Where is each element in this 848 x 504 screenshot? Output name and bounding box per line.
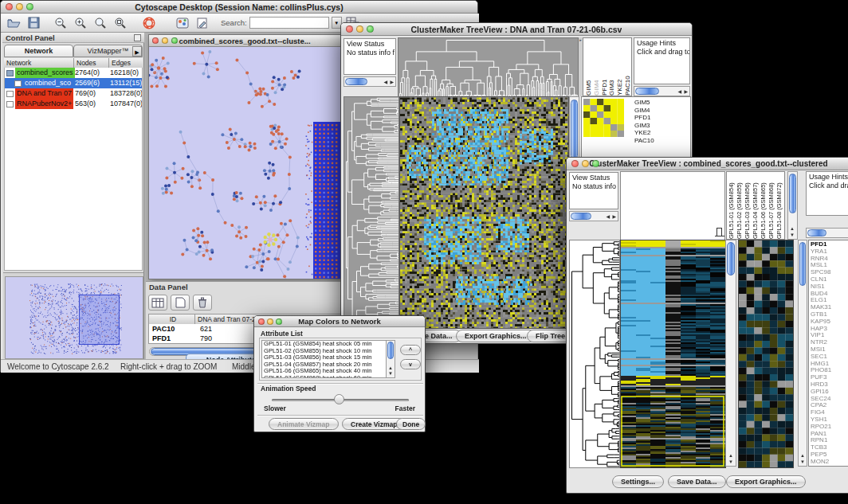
usage-hints-scrollbar[interactable]: ◀▶ <box>634 86 690 96</box>
column-label[interactable]: GPL51-06 (GSM865) <box>760 172 767 239</box>
float-panel-icon[interactable] <box>134 34 141 41</box>
annotation-icon[interactable] <box>194 15 211 31</box>
network-list-row[interactable]: DNA and Tran 07 769(0) 183728(0) <box>5 88 142 99</box>
attribute-listbox[interactable]: GPL51-01 (GSM854) heat shock 05 minGPL51… <box>261 340 395 378</box>
column-dendrogram-canvas[interactable] <box>620 171 725 240</box>
attribute-list-scrollbar[interactable]: ▲▼ <box>386 340 395 378</box>
network-list-row[interactable]: combined_scores 2764(0) 16218(0) <box>5 68 142 78</box>
column-label[interactable]: PFD1 <box>601 38 608 96</box>
gene-label[interactable]: MAK31 <box>811 304 848 311</box>
close-button[interactable] <box>571 160 579 167</box>
column-label[interactable]: GPL51-04 (GSM857) <box>752 172 759 239</box>
slider-thumb[interactable] <box>334 394 344 404</box>
delete-attribute-icon[interactable] <box>193 295 212 311</box>
gene-label[interactable]: BUD4 <box>811 291 848 298</box>
column-header[interactable]: Edges <box>109 58 143 68</box>
gene-label[interactable]: MON2 <box>811 459 848 466</box>
column-label[interactable]: YKE2 <box>616 38 623 96</box>
minimize-button[interactable] <box>356 25 363 33</box>
close-button[interactable] <box>6 3 13 10</box>
zoom-button[interactable] <box>26 3 33 10</box>
gene-label[interactable]: CPA2 <box>811 402 848 409</box>
network-frame-titlebar[interactable]: combined_scores_good.txt--cluste... <box>149 35 340 47</box>
global-heatmap-canvas[interactable] <box>620 240 726 468</box>
attribute-item[interactable]: GPL51-01 (GSM854) heat shock 05 min <box>262 341 395 348</box>
gene-label[interactable]: GTB1 <box>811 311 848 318</box>
column-header[interactable]: Nodes <box>74 58 109 68</box>
attribute-item[interactable]: GPL51-07 (GSM868) heat shock 60 min <box>262 375 395 378</box>
animate-vizmap-button[interactable]: Animate Vizmap <box>269 418 339 430</box>
gene-label[interactable]: RPO21 <box>811 424 848 431</box>
gene-label[interactable]: SPC98 <box>811 269 848 276</box>
control-panel-tab[interactable]: Network <box>4 45 73 57</box>
row-dendrogram-canvas[interactable] <box>344 96 399 329</box>
minimize-button[interactable] <box>16 3 23 10</box>
help-lifering-icon[interactable] <box>140 15 158 31</box>
gene-label[interactable]: MSI1 <box>811 346 848 354</box>
view-status-scrollbar[interactable]: ◀▶ <box>569 211 618 221</box>
id-column-header[interactable]: ID <box>149 315 195 324</box>
birdseye-canvas[interactable] <box>5 276 143 359</box>
gene-label[interactable]: PEP5 <box>811 451 848 459</box>
gene-label[interactable]: FIG4 <box>811 409 848 416</box>
column-label[interactable]: GPL51-08 (GSM872) <box>775 172 783 239</box>
gene-label[interactable]: KAP95 <box>811 318 848 326</box>
matrix-thumbnail-canvas[interactable] <box>583 99 624 137</box>
column-label[interactable]: GPL51-01 (GSM854) <box>728 172 735 239</box>
gene-label[interactable]: SEC24 <box>811 396 848 403</box>
gene-label[interactable]: PAN1 <box>811 431 848 438</box>
attribute-item[interactable]: GPL51-03 (GSM856) heat shock 15 min <box>262 354 395 361</box>
gene-label[interactable]: GIM3 <box>634 122 689 130</box>
frame-zoom-button[interactable] <box>171 37 178 44</box>
gene-label[interactable]: GIM5 <box>634 99 689 107</box>
attribute-item[interactable]: GPL51-02 (GSM855) heat shock 10 min <box>262 348 395 355</box>
frame-minimize-button[interactable] <box>162 37 168 44</box>
zoom-button[interactable] <box>592 160 599 167</box>
column-label[interactable]: GIM3 <box>608 38 615 96</box>
gene-label[interactable]: PUF3 <box>811 374 848 381</box>
column-header[interactable]: Network <box>4 58 74 68</box>
save-icon[interactable] <box>25 15 42 31</box>
zoom-fit-icon[interactable] <box>92 15 109 31</box>
column-label[interactable]: GIM4 <box>593 38 600 96</box>
search-input[interactable] <box>249 17 329 29</box>
gene-label[interactable]: HAP3 <box>811 326 848 333</box>
settings-button[interactable]: Settings... <box>612 475 664 488</box>
dialog-titlebar[interactable]: Map Colors to Network <box>254 316 425 327</box>
gene-label[interactable]: SEC1 <box>811 354 848 361</box>
network-list-row[interactable]: RNAPuberNov2+ 563(0) 107847(0) <box>5 99 142 109</box>
open-file-icon[interactable] <box>5 15 22 31</box>
gene-label[interactable]: YKE2 <box>634 129 689 137</box>
gene-label[interactable]: GIM4 <box>634 107 689 115</box>
zoom-button[interactable] <box>276 318 282 325</box>
frame-close-button[interactable] <box>152 37 159 44</box>
column-label[interactable]: GPL51-03 (GSM856) <box>744 172 751 239</box>
attribute-select-icon[interactable] <box>148 295 167 311</box>
column-label[interactable]: PAC10 <box>624 38 631 96</box>
network-list-row[interactable]: combined_sco 2569(6) 13112(15) <box>5 78 142 88</box>
export-graphics-button[interactable]: Export Graphics... <box>726 475 806 488</box>
minimize-button[interactable] <box>582 160 589 167</box>
column-label[interactable]: GPL51-07 (GSM868) <box>768 172 775 239</box>
gene-label[interactable]: PFD1 <box>811 241 848 248</box>
new-attribute-icon[interactable] <box>171 295 190 311</box>
gene-label[interactable]: RNR4 <box>811 256 848 263</box>
gene-label[interactable]: MSL1 <box>811 262 848 269</box>
vizmap-tool-icon[interactable] <box>174 15 191 31</box>
main-titlebar[interactable]: Cytoscape Desktop (Session Name: collins… <box>1 1 477 14</box>
gene-label[interactable]: GPI16 <box>811 389 848 396</box>
zoom-heatmap-canvas[interactable] <box>738 240 794 468</box>
zoom-out-icon[interactable] <box>52 15 69 31</box>
close-button[interactable] <box>346 25 353 33</box>
treeview1-titlebar[interactable]: ClusterMaker TreeView : DNA and Tran 07-… <box>341 23 692 36</box>
close-button[interactable] <box>258 318 265 325</box>
column-dendrogram-canvas[interactable] <box>398 37 579 97</box>
global-vscrollbar[interactable]: ▲▼ <box>725 240 736 467</box>
gene-label[interactable]: HRD3 <box>811 381 848 389</box>
gene-label[interactable]: TCB3 <box>811 444 848 451</box>
usage-hints-scrollbar[interactable] <box>806 228 848 238</box>
attribute-item[interactable]: GPL51-04 (GSM857) heat shock 20 min <box>262 361 395 369</box>
zoom-in-icon[interactable] <box>72 15 89 31</box>
row-dendrogram-canvas[interactable] <box>569 240 620 468</box>
column-label[interactable]: GIM5 <box>585 38 592 96</box>
